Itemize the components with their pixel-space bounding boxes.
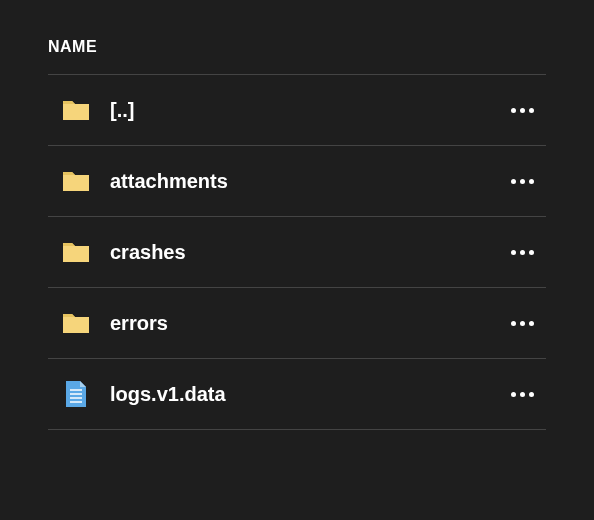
- more-options-button[interactable]: [502, 374, 542, 414]
- ellipsis-icon: [511, 250, 534, 255]
- item-name-label: errors: [110, 312, 502, 335]
- item-name-label: crashes: [110, 241, 502, 264]
- list-item[interactable]: crashes: [48, 217, 546, 287]
- ellipsis-icon: [511, 321, 534, 326]
- item-name-label: logs.v1.data: [110, 383, 502, 406]
- list-item[interactable]: [..]: [48, 75, 546, 145]
- more-options-button[interactable]: [502, 161, 542, 201]
- folder-icon: [62, 169, 90, 193]
- list-item[interactable]: logs.v1.data: [48, 359, 546, 429]
- name-column-label: NAME: [48, 38, 97, 55]
- file-list: NAME [..] attachments crashes errors log…: [0, 0, 594, 430]
- file-icon: [65, 380, 87, 408]
- column-header: NAME: [48, 20, 546, 74]
- item-name-label: [..]: [110, 99, 502, 122]
- list-item[interactable]: attachments: [48, 146, 546, 216]
- ellipsis-icon: [511, 179, 534, 184]
- more-options-button[interactable]: [502, 232, 542, 272]
- divider: [48, 429, 546, 430]
- folder-icon: [60, 94, 92, 126]
- ellipsis-icon: [511, 392, 534, 397]
- more-options-button[interactable]: [502, 90, 542, 130]
- item-name-label: attachments: [110, 170, 502, 193]
- folder-icon: [62, 240, 90, 264]
- folder-icon: [60, 165, 92, 197]
- folder-icon: [62, 311, 90, 335]
- more-options-button[interactable]: [502, 303, 542, 343]
- file-icon: [60, 378, 92, 410]
- folder-icon: [62, 98, 90, 122]
- list-item[interactable]: errors: [48, 288, 546, 358]
- folder-icon: [60, 307, 92, 339]
- folder-icon: [60, 236, 92, 268]
- ellipsis-icon: [511, 108, 534, 113]
